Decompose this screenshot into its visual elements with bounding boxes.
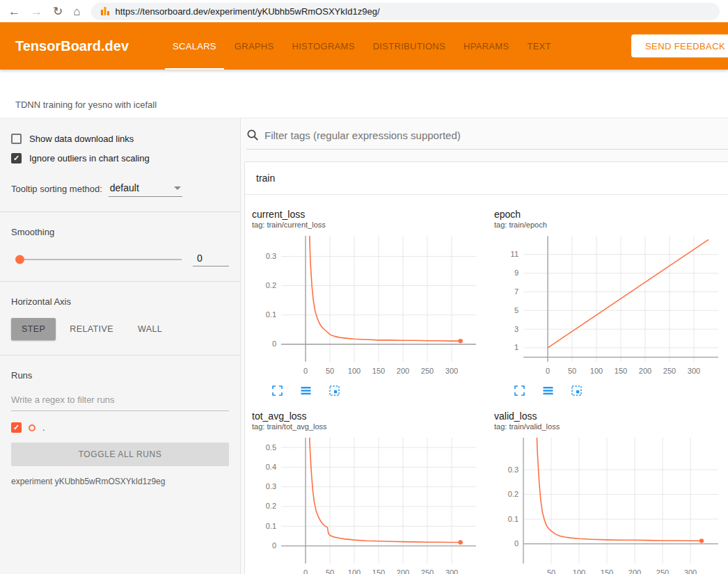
line-plot[interactable]: 0501001502002503001357911 <box>491 232 728 381</box>
tab-histograms[interactable]: HISTOGRAMS <box>283 22 364 70</box>
tab-graphs[interactable]: GRAPHS <box>225 22 283 70</box>
svg-text:250: 250 <box>663 367 676 375</box>
svg-text:0.3: 0.3 <box>508 465 519 474</box>
svg-text:150: 150 <box>615 367 627 375</box>
tag-filter-input[interactable]: Filter tags (regular expressions support… <box>264 129 461 141</box>
runs-label: Runs <box>11 370 229 381</box>
nav-tabs: SCALARS GRAPHS HISTOGRAMS DISTRIBUTIONS … <box>164 22 560 70</box>
slider-thumb[interactable] <box>15 255 24 264</box>
toggle-all-runs-button[interactable]: TOGGLE ALL RUNS <box>11 443 229 466</box>
tag-filter-row[interactable]: Filter tags (regular expressions support… <box>246 129 728 150</box>
tensorboard-favicon <box>100 6 110 16</box>
chart-tag: tag: train/tot_avg_loss <box>252 422 491 431</box>
chart-tag: tag: train/current_loss <box>252 221 491 229</box>
horizontal-axis-label: Horizontal Axis <box>11 296 229 307</box>
svg-text:0: 0 <box>546 367 550 375</box>
run-name: . <box>42 423 45 433</box>
send-feedback-button[interactable]: SEND FEEDBACK <box>631 35 728 58</box>
svg-text:0: 0 <box>514 539 519 548</box>
expand-chart-icon[interactable] <box>514 385 525 397</box>
chart-current-loss: current_loss tag: train/current_loss 050… <box>249 205 491 398</box>
svg-text:50: 50 <box>326 568 334 574</box>
svg-text:200: 200 <box>628 568 641 574</box>
line-plot[interactable]: 5010015020025030000.10.20.3 <box>491 433 728 574</box>
svg-text:0.5: 0.5 <box>266 443 276 452</box>
svg-text:200: 200 <box>397 367 409 375</box>
svg-text:300: 300 <box>445 568 458 574</box>
smoothing-value-input[interactable]: 0 <box>193 253 229 266</box>
run-checkbox[interactable] <box>11 422 22 433</box>
fit-domain-icon[interactable] <box>329 385 340 397</box>
svg-text:0.2: 0.2 <box>266 281 276 289</box>
run-color-swatch <box>29 424 35 431</box>
tab-hparams[interactable]: HPARAMS <box>454 22 518 70</box>
checkbox-checked-icon[interactable] <box>11 153 22 164</box>
charts-grid: current_loss tag: train/current_loss 050… <box>245 195 728 574</box>
sidebar-divider <box>0 281 240 282</box>
svg-text:150: 150 <box>372 367 385 375</box>
app-header: TensorBoard.dev SCALARS GRAPHS HISTOGRAM… <box>0 22 728 70</box>
data-list-icon[interactable] <box>300 385 312 397</box>
axis-relative-button[interactable]: RELATIVE <box>59 318 124 340</box>
tab-distributions[interactable]: DISTRIBUTIONS <box>364 22 454 70</box>
smoothing-slider[interactable] <box>17 259 182 260</box>
svg-text:9: 9 <box>514 269 519 277</box>
svg-text:0: 0 <box>303 367 308 375</box>
svg-text:100: 100 <box>573 568 585 574</box>
expand-chart-icon[interactable] <box>271 385 283 397</box>
tooltip-sorting-dropdown[interactable]: default <box>109 181 182 197</box>
address-bar[interactable]: https://tensorboard.dev/experiment/yKUbh… <box>91 3 720 20</box>
forward-icon[interactable]: → <box>31 6 42 17</box>
svg-text:250: 250 <box>656 568 669 574</box>
svg-text:200: 200 <box>397 568 409 574</box>
experiment-title: TDNN training for yesno with icefall <box>15 99 157 110</box>
tab-scalars[interactable]: SCALARS <box>164 22 225 70</box>
line-plot[interactable]: 05010015020025030000.10.20.30.40.5 <box>249 433 491 574</box>
run-list-item: . <box>11 422 229 433</box>
tooltip-sorting-value: default <box>110 182 139 193</box>
runs-filter-input[interactable]: Write a regex to filter runs <box>11 390 229 411</box>
svg-text:11: 11 <box>511 250 519 258</box>
svg-text:50: 50 <box>568 367 576 375</box>
back-icon[interactable]: ← <box>8 6 20 17</box>
checkbox-unchecked-icon[interactable] <box>11 134 22 144</box>
ignore-outliers-label: Ignore outliers in chart scaling <box>29 153 150 164</box>
svg-text:150: 150 <box>601 568 613 574</box>
svg-text:300: 300 <box>445 367 458 375</box>
line-plot[interactable]: 05010015020025030000.10.20.3 <box>249 232 491 381</box>
chart-tag: tag: train/valid_loss <box>494 422 728 431</box>
chart-toolbar <box>491 381 728 398</box>
chart-title: tot_avg_loss <box>252 410 491 422</box>
main-layout: Show data download links Ignore outliers… <box>0 118 728 574</box>
ignore-outliers-checkbox-row[interactable]: Ignore outliers in chart scaling <box>11 153 229 164</box>
tag-group-card: train current_loss tag: train/current_lo… <box>244 161 728 574</box>
url-text: https://tensorboard.dev/experiment/yKUbh… <box>116 6 380 17</box>
chart-title: current_loss <box>252 209 491 220</box>
application-window: ← → ↻ ⌂ https://tensorboard.dev/experime… <box>0 0 728 574</box>
reload-icon[interactable]: ↻ <box>53 6 63 17</box>
experiment-title-bar: TDNN training for yesno with icefall <box>0 70 728 118</box>
axis-step-button[interactable]: STEP <box>11 318 56 340</box>
svg-text:0.1: 0.1 <box>266 310 276 319</box>
chevron-down-icon <box>174 186 181 190</box>
sidebar-divider <box>0 355 240 356</box>
tooltip-sorting-row: Tooltip sorting method: default <box>11 181 229 197</box>
tab-text[interactable]: TEXT <box>518 22 560 70</box>
svg-text:0.3: 0.3 <box>266 482 276 491</box>
search-icon <box>246 129 259 141</box>
data-list-icon[interactable] <box>542 385 554 397</box>
svg-text:50: 50 <box>547 568 555 574</box>
settings-sidebar: Show data download links Ignore outliers… <box>0 118 241 574</box>
axis-wall-button[interactable]: WALL <box>127 318 173 340</box>
svg-text:0.2: 0.2 <box>508 490 519 498</box>
show-download-links-checkbox-row[interactable]: Show data download links <box>11 134 229 144</box>
svg-text:3: 3 <box>514 325 519 333</box>
fit-domain-icon[interactable] <box>571 385 583 397</box>
home-icon[interactable]: ⌂ <box>73 6 80 17</box>
svg-text:50: 50 <box>326 367 334 375</box>
chart-epoch: epoch tag: train/epoch 05010015020025030… <box>491 205 728 398</box>
svg-text:0.4: 0.4 <box>266 463 276 471</box>
svg-text:0: 0 <box>272 340 276 348</box>
brand-title: TensorBoard.dev <box>15 38 129 54</box>
tag-group-header-train[interactable]: train <box>245 162 728 195</box>
